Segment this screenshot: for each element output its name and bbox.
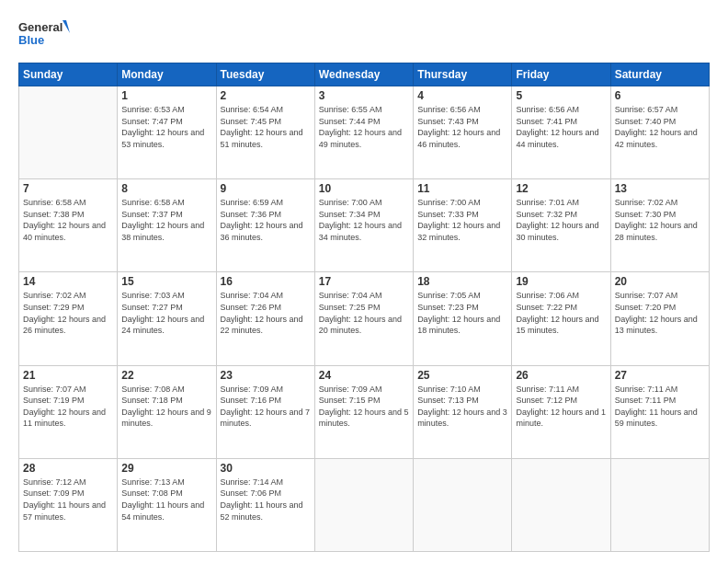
day-info: Sunrise: 7:01 AMSunset: 7:32 PMDaylight:… bbox=[516, 197, 606, 243]
day-number: 13 bbox=[615, 182, 705, 195]
day-number: 28 bbox=[23, 462, 113, 475]
day-info: Sunrise: 6:56 AMSunset: 7:43 PMDaylight:… bbox=[417, 104, 507, 150]
day-info: Sunrise: 7:13 AMSunset: 7:08 PMDaylight:… bbox=[121, 477, 211, 523]
day-info: Sunrise: 6:57 AMSunset: 7:40 PMDaylight:… bbox=[615, 104, 705, 150]
calendar-cell: 13Sunrise: 7:02 AMSunset: 7:30 PMDayligh… bbox=[610, 179, 709, 272]
day-number: 1 bbox=[121, 89, 211, 102]
day-number: 18 bbox=[417, 275, 507, 288]
day-info: Sunrise: 6:58 AMSunset: 7:38 PMDaylight:… bbox=[23, 197, 113, 243]
day-number: 19 bbox=[516, 275, 606, 288]
page-header: General Blue bbox=[18, 17, 710, 53]
day-info: Sunrise: 7:08 AMSunset: 7:18 PMDaylight:… bbox=[121, 384, 211, 430]
day-number: 16 bbox=[221, 275, 311, 288]
day-number: 9 bbox=[221, 182, 311, 195]
day-number: 23 bbox=[221, 369, 311, 382]
calendar-cell: 27Sunrise: 7:11 AMSunset: 7:11 PMDayligh… bbox=[610, 365, 709, 458]
day-number: 11 bbox=[417, 182, 507, 195]
calendar-cell: 16Sunrise: 7:04 AMSunset: 7:26 PMDayligh… bbox=[216, 272, 314, 365]
calendar-cell: 19Sunrise: 7:06 AMSunset: 7:22 PMDayligh… bbox=[512, 272, 610, 365]
day-info: Sunrise: 6:58 AMSunset: 7:37 PMDaylight:… bbox=[121, 197, 211, 243]
day-info: Sunrise: 7:10 AMSunset: 7:13 PMDaylight:… bbox=[417, 384, 507, 430]
day-number: 27 bbox=[615, 369, 705, 382]
day-info: Sunrise: 7:04 AMSunset: 7:25 PMDaylight:… bbox=[319, 290, 409, 336]
calendar-cell: 23Sunrise: 7:09 AMSunset: 7:16 PMDayligh… bbox=[216, 365, 314, 458]
day-info: Sunrise: 6:59 AMSunset: 7:36 PMDaylight:… bbox=[221, 197, 311, 243]
day-info: Sunrise: 7:09 AMSunset: 7:15 PMDaylight:… bbox=[319, 384, 409, 430]
day-number: 22 bbox=[121, 369, 211, 382]
day-info: Sunrise: 7:11 AMSunset: 7:11 PMDaylight:… bbox=[615, 384, 705, 430]
calendar-cell: 18Sunrise: 7:05 AMSunset: 7:23 PMDayligh… bbox=[414, 272, 512, 365]
day-number: 24 bbox=[319, 369, 409, 382]
day-header-wednesday: Wednesday bbox=[314, 63, 413, 86]
day-number: 10 bbox=[319, 182, 409, 195]
calendar-cell: 10Sunrise: 7:00 AMSunset: 7:34 PMDayligh… bbox=[314, 179, 413, 272]
day-info: Sunrise: 6:55 AMSunset: 7:44 PMDaylight:… bbox=[319, 104, 409, 150]
calendar-cell: 9Sunrise: 6:59 AMSunset: 7:36 PMDaylight… bbox=[216, 179, 314, 272]
day-number: 5 bbox=[516, 89, 606, 102]
day-info: Sunrise: 6:54 AMSunset: 7:45 PMDaylight:… bbox=[221, 104, 311, 150]
calendar-cell bbox=[19, 86, 118, 179]
calendar-cell: 30Sunrise: 7:14 AMSunset: 7:06 PMDayligh… bbox=[216, 458, 314, 551]
day-number: 30 bbox=[221, 462, 311, 475]
day-header-friday: Friday bbox=[512, 63, 610, 86]
day-number: 26 bbox=[516, 369, 606, 382]
day-number: 14 bbox=[23, 275, 113, 288]
calendar-table: SundayMondayTuesdayWednesdayThursdayFrid… bbox=[18, 63, 710, 552]
day-number: 7 bbox=[23, 182, 113, 195]
day-number: 15 bbox=[121, 275, 211, 288]
calendar-cell: 25Sunrise: 7:10 AMSunset: 7:13 PMDayligh… bbox=[414, 365, 512, 458]
day-number: 25 bbox=[417, 369, 507, 382]
day-number: 3 bbox=[319, 89, 409, 102]
day-number: 12 bbox=[516, 182, 606, 195]
day-number: 21 bbox=[23, 369, 113, 382]
day-info: Sunrise: 7:05 AMSunset: 7:23 PMDaylight:… bbox=[417, 290, 507, 336]
logo-svg: General Blue bbox=[18, 17, 74, 53]
calendar-cell: 4Sunrise: 6:56 AMSunset: 7:43 PMDaylight… bbox=[414, 86, 512, 179]
day-info: Sunrise: 6:56 AMSunset: 7:41 PMDaylight:… bbox=[516, 104, 606, 150]
day-info: Sunrise: 7:00 AMSunset: 7:33 PMDaylight:… bbox=[417, 197, 507, 243]
calendar-cell bbox=[610, 458, 709, 551]
calendar-cell: 20Sunrise: 7:07 AMSunset: 7:20 PMDayligh… bbox=[610, 272, 709, 365]
calendar-cell: 8Sunrise: 6:58 AMSunset: 7:37 PMDaylight… bbox=[118, 179, 216, 272]
calendar-cell: 17Sunrise: 7:04 AMSunset: 7:25 PMDayligh… bbox=[314, 272, 413, 365]
calendar-cell: 22Sunrise: 7:08 AMSunset: 7:18 PMDayligh… bbox=[118, 365, 216, 458]
day-info: Sunrise: 7:09 AMSunset: 7:16 PMDaylight:… bbox=[221, 384, 311, 430]
svg-text:Blue: Blue bbox=[18, 33, 44, 47]
day-number: 20 bbox=[615, 275, 705, 288]
day-info: Sunrise: 7:11 AMSunset: 7:12 PMDaylight:… bbox=[516, 384, 606, 430]
day-number: 17 bbox=[319, 275, 409, 288]
day-number: 8 bbox=[121, 182, 211, 195]
day-header-sunday: Sunday bbox=[19, 63, 118, 86]
calendar-cell: 26Sunrise: 7:11 AMSunset: 7:12 PMDayligh… bbox=[512, 365, 610, 458]
calendar-cell: 2Sunrise: 6:54 AMSunset: 7:45 PMDaylight… bbox=[216, 86, 314, 179]
day-info: Sunrise: 7:02 AMSunset: 7:30 PMDaylight:… bbox=[615, 197, 705, 243]
calendar-cell bbox=[314, 458, 413, 551]
day-info: Sunrise: 7:07 AMSunset: 7:19 PMDaylight:… bbox=[23, 384, 113, 430]
calendar-cell: 14Sunrise: 7:02 AMSunset: 7:29 PMDayligh… bbox=[19, 272, 118, 365]
svg-text:General: General bbox=[18, 20, 63, 34]
calendar-cell: 15Sunrise: 7:03 AMSunset: 7:27 PMDayligh… bbox=[118, 272, 216, 365]
calendar-cell: 11Sunrise: 7:00 AMSunset: 7:33 PMDayligh… bbox=[414, 179, 512, 272]
logo: General Blue bbox=[18, 17, 74, 53]
svg-marker-2 bbox=[63, 20, 70, 33]
calendar-cell: 24Sunrise: 7:09 AMSunset: 7:15 PMDayligh… bbox=[314, 365, 413, 458]
day-header-tuesday: Tuesday bbox=[216, 63, 314, 86]
day-number: 6 bbox=[615, 89, 705, 102]
calendar-cell: 7Sunrise: 6:58 AMSunset: 7:38 PMDaylight… bbox=[19, 179, 118, 272]
day-number: 2 bbox=[221, 89, 311, 102]
day-info: Sunrise: 7:00 AMSunset: 7:34 PMDaylight:… bbox=[319, 197, 409, 243]
day-header-saturday: Saturday bbox=[610, 63, 709, 86]
calendar-cell: 12Sunrise: 7:01 AMSunset: 7:32 PMDayligh… bbox=[512, 179, 610, 272]
day-header-thursday: Thursday bbox=[414, 63, 512, 86]
calendar-cell: 1Sunrise: 6:53 AMSunset: 7:47 PMDaylight… bbox=[118, 86, 216, 179]
day-info: Sunrise: 7:04 AMSunset: 7:26 PMDaylight:… bbox=[221, 290, 311, 336]
day-info: Sunrise: 7:03 AMSunset: 7:27 PMDaylight:… bbox=[121, 290, 211, 336]
day-info: Sunrise: 7:02 AMSunset: 7:29 PMDaylight:… bbox=[23, 290, 113, 336]
day-info: Sunrise: 7:07 AMSunset: 7:20 PMDaylight:… bbox=[615, 290, 705, 336]
day-header-monday: Monday bbox=[118, 63, 216, 86]
day-info: Sunrise: 6:53 AMSunset: 7:47 PMDaylight:… bbox=[121, 104, 211, 150]
calendar-cell bbox=[512, 458, 610, 551]
day-info: Sunrise: 7:12 AMSunset: 7:09 PMDaylight:… bbox=[23, 477, 113, 523]
day-info: Sunrise: 7:14 AMSunset: 7:06 PMDaylight:… bbox=[221, 477, 311, 523]
day-info: Sunrise: 7:06 AMSunset: 7:22 PMDaylight:… bbox=[516, 290, 606, 336]
